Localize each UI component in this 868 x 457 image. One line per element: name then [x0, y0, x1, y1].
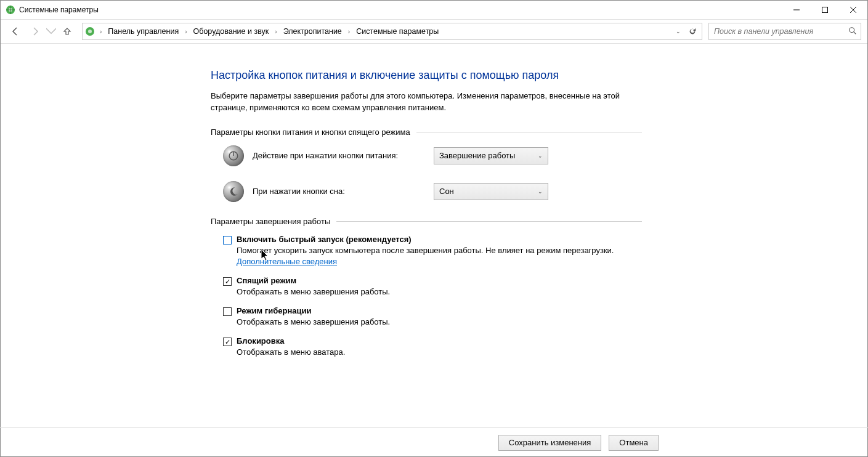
sleep-button-row: При нажатии кнопки сна: Сон ⌄: [223, 181, 642, 202]
section-legend-text: Параметры кнопки питания и кнопки спящег…: [211, 127, 410, 137]
chevron-down-icon: ⌄: [538, 188, 543, 195]
footer: Сохранить изменения Отмена: [0, 427, 868, 457]
lock-title: Блокировка: [237, 336, 345, 346]
lock-option: ✓ Блокировка Отображать в меню аватара.: [223, 336, 642, 358]
svg-point-7: [88, 30, 92, 33]
sleep-button-action-select[interactable]: Сон ⌄: [434, 183, 548, 200]
hibernate-option: Режим гибернации Отображать в меню завер…: [223, 306, 642, 328]
titlebar: Системные параметры: [1, 1, 867, 19]
breadcrumb-sep: ›: [184, 28, 188, 35]
sleep-desc: Отображать в меню завершения работы.: [237, 286, 390, 297]
section-legend-text: Параметры завершения работы: [211, 217, 330, 226]
fast-startup-desc: Помогает ускорить запуск компьютера посл…: [237, 245, 642, 267]
navbar: › Панель управления › Оборудование и зву…: [1, 19, 867, 44]
breadcrumb-item[interactable]: Оборудование и звук: [190, 23, 273, 39]
address-dropdown[interactable]: ⌄: [672, 28, 684, 34]
hibernate-title: Режим гибернации: [237, 306, 390, 315]
section-button-settings: Параметры кнопки питания и кнопки спящег…: [211, 127, 642, 137]
svg-rect-3: [822, 7, 828, 13]
hibernate-desc: Отображать в меню завершения работы.: [237, 317, 390, 328]
recent-dropdown[interactable]: [46, 23, 56, 40]
breadcrumb-sep: ›: [99, 28, 103, 35]
sleep-title: Спящий режим: [237, 276, 390, 285]
svg-line-9: [854, 31, 856, 34]
sleep-button-label: При нажатии кнопки сна:: [253, 187, 425, 196]
address-bar[interactable]: › Панель управления › Оборудование и зву…: [82, 23, 702, 40]
fast-startup-checkbox[interactable]: [223, 236, 232, 245]
window-title: Системные параметры: [19, 6, 99, 14]
close-button[interactable]: [839, 1, 867, 19]
content-area: Настройка кнопок питания и включение защ…: [0, 44, 868, 427]
search-input[interactable]: [713, 26, 848, 36]
sleep-checkbox[interactable]: ✓: [223, 277, 232, 286]
maximize-button[interactable]: [811, 1, 839, 19]
chevron-down-icon: ⌄: [538, 153, 543, 159]
power-icon: [223, 145, 244, 166]
page-title: Настройка кнопок питания и включение защ…: [211, 69, 642, 82]
forward-button[interactable]: [26, 23, 44, 40]
page-description: Выберите параметры завершения работы для…: [211, 91, 642, 114]
lock-checkbox[interactable]: ✓: [223, 338, 232, 346]
breadcrumb-item[interactable]: Панель управления: [104, 23, 182, 39]
sleep-option: ✓ Спящий режим Отображать в меню заверше…: [223, 276, 642, 297]
minimize-button[interactable]: [782, 1, 811, 19]
breadcrumb-item[interactable]: Системные параметры: [352, 23, 442, 39]
fast-startup-option: Включить быстрый запуск (рекомендуется) …: [223, 235, 642, 267]
app-icon: [6, 5, 15, 15]
learn-more-link[interactable]: Дополнительные сведения: [237, 257, 337, 266]
power-button-action-select[interactable]: Завершение работы ⌄: [434, 147, 548, 164]
fast-startup-title: Включить быстрый запуск (рекомендуется): [237, 235, 642, 244]
section-shutdown-settings: Параметры завершения работы: [211, 217, 642, 226]
combo-value: Сон: [439, 187, 454, 196]
address-icon: [85, 26, 95, 36]
search-box[interactable]: [708, 23, 861, 40]
back-button[interactable]: [7, 23, 24, 40]
sleep-icon: [223, 181, 244, 202]
breadcrumb-sep: ›: [274, 28, 278, 35]
search-icon[interactable]: [848, 26, 857, 37]
refresh-button[interactable]: [686, 27, 699, 36]
breadcrumb-sep: ›: [347, 28, 351, 35]
combo-value: Завершение работы: [439, 151, 515, 160]
up-button[interactable]: [59, 23, 76, 40]
hibernate-checkbox[interactable]: [223, 307, 232, 316]
svg-point-8: [850, 27, 854, 32]
power-button-label: Действие при нажатии кнопки питания:: [253, 151, 425, 160]
save-button[interactable]: Сохранить изменения: [498, 435, 602, 451]
lock-desc: Отображать в меню аватара.: [237, 347, 345, 358]
breadcrumb-item[interactable]: Электропитание: [280, 23, 346, 39]
power-button-row: Действие при нажатии кнопки питания: Зав…: [223, 145, 642, 166]
cancel-button[interactable]: Отмена: [609, 435, 659, 451]
